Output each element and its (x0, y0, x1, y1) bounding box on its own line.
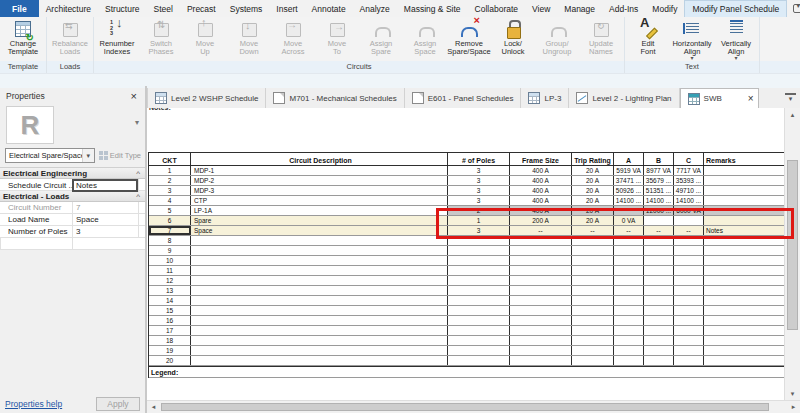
cell-c[interactable] (674, 306, 704, 315)
collapse-icon[interactable]: ^ (136, 169, 140, 178)
cell-c[interactable]: 14100 ... (674, 196, 704, 205)
cell-trip[interactable]: 20 A (572, 176, 614, 185)
type-selector-dropdown[interactable]: Electrical Spare/Space Ci ▾ (5, 148, 95, 163)
cell-b[interactable]: 51351 ... (644, 186, 674, 195)
cell-poles[interactable] (448, 336, 510, 345)
properties-help-link[interactable]: Properties help (5, 399, 62, 409)
cell-ckt[interactable]: 11 (149, 266, 191, 275)
cell-description[interactable] (191, 246, 448, 255)
cell-b[interactable] (644, 266, 674, 275)
cell-poles[interactable] (448, 296, 510, 305)
vertical-scrollbar[interactable]: ▴ ▾ (784, 108, 800, 400)
cell-frame[interactable] (510, 276, 572, 285)
doc-tab-swb[interactable]: SWB× (680, 88, 759, 108)
cell-frame[interactable]: 400 A (510, 196, 572, 205)
cell-poles[interactable] (448, 286, 510, 295)
cell-ckt[interactable]: 5 (149, 206, 191, 215)
chevron-down-icon[interactable]: ▾ (82, 149, 94, 162)
section-electrical-engineering[interactable]: Electrical Engineering ^ (0, 168, 145, 179)
cell-remarks[interactable] (704, 266, 784, 275)
ribbon-tab-steel[interactable]: Steel (147, 0, 180, 17)
ribbon-tab-insert[interactable]: Insert (269, 0, 304, 17)
cell-trip[interactable] (572, 296, 614, 305)
cell-remarks[interactable] (704, 346, 784, 355)
cell-trip[interactable] (572, 276, 614, 285)
cell-frame[interactable]: 400 A (510, 186, 572, 195)
cell-ckt[interactable]: 12 (149, 276, 191, 285)
ribbon-tab-add-ins[interactable]: Add-Ins (602, 0, 645, 17)
doc-tab-m701-mechanical-schedules[interactable]: M701 - Mechanical Schedules (266, 88, 404, 108)
cell-c[interactable] (674, 276, 704, 285)
ribbon-tab-options-icon[interactable] (791, 3, 800, 14)
cell-b[interactable]: 14100 ... (644, 196, 674, 205)
number-of-poles-field[interactable]: 3 (72, 226, 138, 237)
cell-remarks[interactable] (704, 186, 784, 195)
cell-a[interactable] (614, 296, 644, 305)
doc-tab-lp-3[interactable]: LP-3 (521, 88, 569, 108)
cell-ckt[interactable]: 4 (149, 196, 191, 205)
cell-description[interactable]: MDP-1 (191, 166, 448, 175)
cell-c[interactable]: 49710 ... (674, 186, 704, 195)
cell-description[interactable] (191, 326, 448, 335)
cell-ckt[interactable]: 17 (149, 326, 191, 335)
cell-description[interactable] (191, 356, 448, 365)
cell-a[interactable]: 50926 ... (614, 186, 644, 195)
cell-frame[interactable]: 400 A (510, 176, 572, 185)
cell-frame[interactable] (510, 346, 572, 355)
lock-unlock-button[interactable]: Lock/ Unlock (491, 17, 535, 61)
collapse-icon[interactable]: ^ (136, 192, 140, 201)
cell-ckt[interactable]: 15 (149, 306, 191, 315)
cell-poles[interactable] (448, 316, 510, 325)
cell-description[interactable] (191, 236, 448, 245)
cell-description[interactable] (191, 336, 448, 345)
doc-tab-level-2-lighting-plan[interactable]: Level 2 - Lighting Plan (569, 88, 679, 108)
cell-trip[interactable] (572, 246, 614, 255)
cell-poles[interactable] (448, 276, 510, 285)
cell-poles[interactable] (448, 306, 510, 315)
cell-b[interactable] (644, 316, 674, 325)
horizontal-scroll-thumb[interactable] (161, 403, 769, 411)
cell-a[interactable] (614, 276, 644, 285)
remove-spare-space-button[interactable]: Remove Spare/Space (447, 17, 491, 61)
cell-trip[interactable] (572, 326, 614, 335)
cell-b[interactable] (644, 296, 674, 305)
cell-frame[interactable] (510, 336, 572, 345)
cell-remarks[interactable] (704, 166, 784, 175)
cell-poles[interactable]: 3 (448, 186, 510, 195)
scroll-down-icon[interactable]: ▾ (785, 387, 800, 400)
ribbon-tab-view[interactable]: View (525, 0, 557, 17)
cell-remarks[interactable] (704, 176, 784, 185)
cell-c[interactable] (674, 316, 704, 325)
cell-poles[interactable]: 3 (448, 166, 510, 175)
cell-trip[interactable] (572, 336, 614, 345)
cell-c[interactable] (674, 336, 704, 345)
cell-description[interactable]: LP-1A (191, 206, 448, 215)
cell-ckt[interactable]: 3 (149, 186, 191, 195)
cell-frame[interactable] (510, 326, 572, 335)
cell-trip[interactable] (572, 316, 614, 325)
scroll-up-icon[interactable]: ▴ (785, 108, 800, 121)
cell-a[interactable]: 14100 ... (614, 196, 644, 205)
doc-tab-list-icon[interactable]: ▾ (785, 93, 796, 103)
cell-description[interactable] (191, 276, 448, 285)
ribbon-tab-manage[interactable]: Manage (557, 0, 602, 17)
cell-poles[interactable] (448, 266, 510, 275)
renumber-indexes-button[interactable]: Renumber Indexes (95, 17, 139, 61)
cell-frame[interactable] (510, 306, 572, 315)
ribbon-tab-systems[interactable]: Systems (223, 0, 270, 17)
ribbon-tab-precast[interactable]: Precast (180, 0, 223, 17)
cell-trip[interactable]: 20 A (572, 186, 614, 195)
cell-c[interactable] (674, 256, 704, 265)
cell-b[interactable] (644, 256, 674, 265)
cell-frame[interactable] (510, 316, 572, 325)
cell-ckt[interactable]: 10 (149, 256, 191, 265)
cell-trip[interactable] (572, 346, 614, 355)
cell-description[interactable]: Spare (191, 216, 448, 225)
cell-c[interactable] (674, 326, 704, 335)
cell-c[interactable] (674, 246, 704, 255)
cell-trip[interactable]: 20 A (572, 196, 614, 205)
cell-a[interactable] (614, 346, 644, 355)
cell-ckt[interactable]: 7 (149, 226, 191, 235)
scroll-right-icon[interactable]: ▸ (787, 401, 800, 413)
cell-a[interactable]: 37471 ... (614, 176, 644, 185)
